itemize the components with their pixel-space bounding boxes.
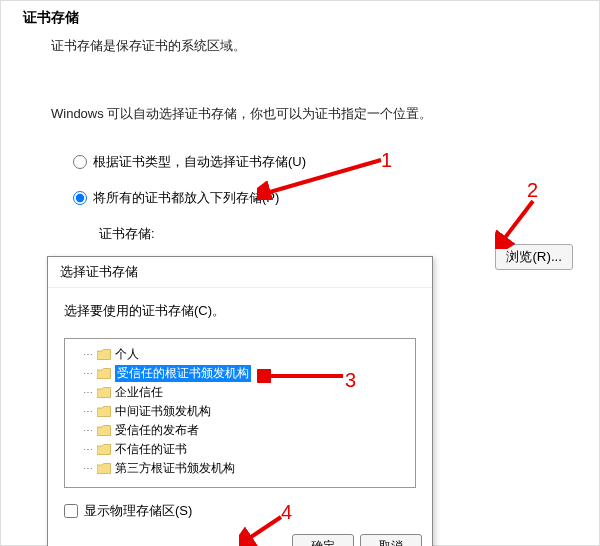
- folder-icon: [97, 349, 111, 360]
- radio-manual-store[interactable]: 将所有的证书都放入下列存储(P): [73, 189, 599, 207]
- folder-icon: [97, 444, 111, 455]
- radio-auto-label: 根据证书类型，自动选择证书存储(U): [93, 153, 306, 171]
- tree-item[interactable]: ⋯受信任的发布者: [69, 421, 411, 440]
- explanation-text: Windows 可以自动选择证书存储，你也可以为证书指定一个位置。: [1, 105, 599, 123]
- tree-item-label: 中间证书颁发机构: [115, 403, 211, 420]
- tree-item[interactable]: ⋯受信任的根证书颁发机构: [69, 364, 411, 383]
- annotation-3: 3: [345, 369, 356, 392]
- show-physical-checkbox[interactable]: 显示物理存储区(S): [64, 502, 416, 520]
- radio-manual-input[interactable]: [73, 191, 87, 205]
- folder-icon: [97, 463, 111, 474]
- radio-auto-store[interactable]: 根据证书类型，自动选择证书存储(U): [73, 153, 599, 171]
- cancel-button[interactable]: 取消: [360, 534, 422, 546]
- tree-item-label: 不信任的证书: [115, 441, 187, 458]
- tree-item[interactable]: ⋯不信任的证书: [69, 440, 411, 459]
- store-label: 证书存储:: [1, 225, 599, 243]
- show-physical-label: 显示物理存储区(S): [84, 502, 192, 520]
- expand-icon[interactable]: ⋯: [83, 406, 93, 417]
- tree-item-label: 个人: [115, 346, 139, 363]
- dialog-title: 选择证书存储: [48, 257, 432, 288]
- expand-icon[interactable]: ⋯: [83, 349, 93, 360]
- tree-item-label: 受信任的根证书颁发机构: [115, 365, 251, 382]
- cert-import-wizard: 证书存储 证书存储是保存证书的系统区域。 Windows 可以自动选择证书存储，…: [0, 0, 600, 546]
- ok-button[interactable]: 确定: [292, 534, 354, 546]
- browse-button[interactable]: 浏览(R)...: [495, 244, 573, 270]
- section-desc: 证书存储是保存证书的系统区域。: [1, 37, 599, 55]
- select-store-dialog: 选择证书存储 选择要使用的证书存储(C)。 ⋯个人⋯受信任的根证书颁发机构⋯企业…: [47, 256, 433, 546]
- folder-icon: [97, 368, 111, 379]
- expand-icon[interactable]: ⋯: [83, 425, 93, 436]
- annotation-2: 2: [527, 179, 538, 202]
- radio-auto-input[interactable]: [73, 155, 87, 169]
- store-tree[interactable]: ⋯个人⋯受信任的根证书颁发机构⋯企业信任⋯中间证书颁发机构⋯受信任的发布者⋯不信…: [64, 338, 416, 488]
- tree-item-label: 受信任的发布者: [115, 422, 199, 439]
- expand-icon[interactable]: ⋯: [83, 444, 93, 455]
- annotation-4: 4: [281, 501, 292, 524]
- show-physical-input[interactable]: [64, 504, 78, 518]
- folder-icon: [97, 406, 111, 417]
- expand-icon[interactable]: ⋯: [83, 368, 93, 379]
- dialog-prompt: 选择要使用的证书存储(C)。: [64, 302, 416, 320]
- radio-manual-label: 将所有的证书都放入下列存储(P): [93, 189, 279, 207]
- tree-item-label: 企业信任: [115, 384, 163, 401]
- annotation-1: 1: [381, 149, 392, 172]
- tree-item[interactable]: ⋯第三方根证书颁发机构: [69, 459, 411, 478]
- tree-item-label: 第三方根证书颁发机构: [115, 460, 235, 477]
- tree-item[interactable]: ⋯个人: [69, 345, 411, 364]
- expand-icon[interactable]: ⋯: [83, 463, 93, 474]
- store-radio-group: 根据证书类型，自动选择证书存储(U) 将所有的证书都放入下列存储(P): [1, 153, 599, 207]
- folder-icon: [97, 387, 111, 398]
- folder-icon: [97, 425, 111, 436]
- tree-item[interactable]: ⋯中间证书颁发机构: [69, 402, 411, 421]
- tree-item[interactable]: ⋯企业信任: [69, 383, 411, 402]
- expand-icon[interactable]: ⋯: [83, 387, 93, 398]
- section-title: 证书存储: [1, 9, 599, 27]
